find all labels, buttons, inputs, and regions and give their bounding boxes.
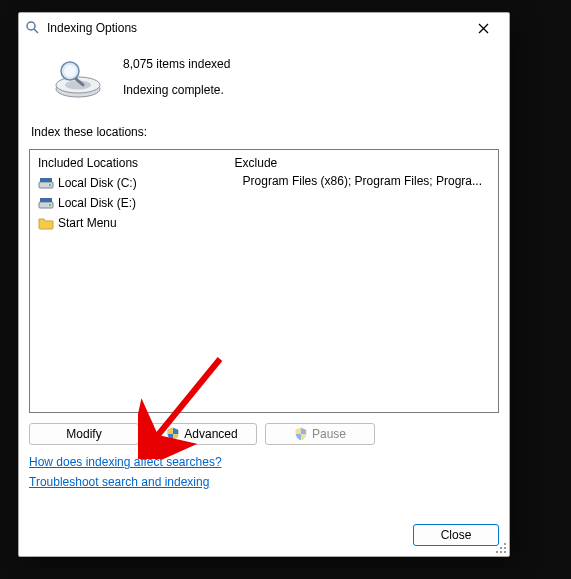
titlebar: Indexing Options (19, 13, 509, 43)
exclude-column-header: Exclude (227, 150, 498, 174)
svg-point-12 (49, 184, 51, 186)
list-item[interactable]: Start Menu (38, 214, 218, 232)
status-row: 8,075 items indexed Indexing complete. (47, 55, 499, 103)
locations-label: Index these locations: (31, 125, 499, 139)
how-indexing-link[interactable]: How does indexing affect searches? (29, 455, 222, 469)
dialog-footer: Close (29, 504, 499, 546)
svg-point-0 (27, 22, 35, 30)
items-indexed-text: 8,075 items indexed (123, 57, 230, 71)
help-links: How does indexing affect searches? Troub… (29, 455, 499, 489)
close-button[interactable]: Close (413, 524, 499, 546)
indexing-options-dialog: Indexing Options 8,075 items ind (18, 12, 510, 557)
magnifier-drive-icon (47, 55, 109, 103)
svg-rect-11 (40, 178, 52, 182)
svg-point-8 (64, 65, 76, 77)
location-name: Local Disk (E:) (58, 196, 136, 210)
disk-icon (38, 195, 54, 211)
included-column-header: Included Locations (30, 150, 226, 174)
close-window-button[interactable] (463, 14, 503, 42)
window-title: Indexing Options (47, 21, 463, 35)
svg-line-1 (34, 29, 38, 33)
folder-icon (38, 215, 54, 231)
action-button-row: Modify Advanced (29, 423, 499, 445)
shield-icon (294, 427, 308, 441)
resize-grip[interactable] (495, 542, 507, 554)
location-name: Start Menu (58, 216, 117, 230)
list-item[interactable]: Local Disk (C:) (38, 174, 218, 192)
advanced-button[interactable]: Advanced (147, 423, 257, 445)
disk-icon (38, 175, 54, 191)
close-icon (478, 23, 489, 34)
list-item[interactable]: Local Disk (E:) (38, 194, 218, 212)
exclude-value: Program Files (x86); Program Files; Prog… (235, 174, 490, 188)
svg-rect-14 (40, 198, 52, 202)
svg-point-15 (49, 204, 51, 206)
locations-listbox[interactable]: Included Locations Local Disk (C:) Local… (29, 149, 499, 413)
location-name: Local Disk (C:) (58, 176, 137, 190)
app-icon (25, 20, 41, 36)
troubleshoot-link[interactable]: Troubleshoot search and indexing (29, 475, 209, 489)
modify-button[interactable]: Modify (29, 423, 139, 445)
dialog-body: 8,075 items indexed Indexing complete. I… (19, 43, 509, 556)
shield-icon (166, 427, 180, 441)
indexing-state-text: Indexing complete. (123, 83, 230, 97)
pause-button: Pause (265, 423, 375, 445)
